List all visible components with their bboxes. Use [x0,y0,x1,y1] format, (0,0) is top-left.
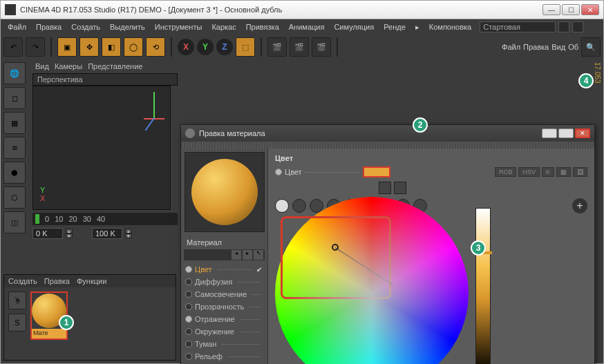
mode-rgb-button[interactable]: RGB [495,167,517,177]
vp-menu-view[interactable]: Вид [35,62,49,70]
layout-up-icon[interactable] [558,21,569,32]
scale-tool[interactable]: ◧ [102,37,121,57]
channel-reflection[interactable]: Отражение [181,313,267,325]
channel-luminance[interactable]: Самосвечение [181,288,267,300]
material-preview[interactable] [185,152,265,232]
me-minimize-button[interactable]: — [542,128,557,138]
maximize-button[interactable]: ☐ [562,4,580,15]
vp-menu-display[interactable]: Представление [88,62,142,70]
layout-selector[interactable] [480,21,556,32]
radio-icon [185,353,192,360]
end-frame-input[interactable] [92,228,122,239]
mat-menu-edit[interactable]: Правка [44,277,70,285]
axis-z-toggle[interactable]: Z [216,39,233,55]
me-maximize-button[interactable]: ☐ [558,128,574,138]
prev-left-icon[interactable]: ◂ [232,250,241,260]
radio-icon[interactable] [275,169,282,175]
close-button[interactable]: ✕ [581,4,599,15]
picker-spectrum-icon[interactable] [292,199,306,213]
viewport-3d[interactable]: Y X [32,86,171,210]
picker-wheel-icon[interactable] [275,199,289,213]
material-name-label[interactable]: Материал [181,236,267,249]
menu-snap[interactable]: Привязка [242,21,283,32]
tl-10: 10 [55,215,63,223]
minimize-button[interactable]: — [542,4,560,15]
sun-icon[interactable] [379,182,391,194]
move-tool[interactable]: ✥ [79,37,99,57]
mode-hsv-button[interactable]: HSV [518,167,540,177]
channel-environment[interactable]: Окружение [181,325,267,338]
menu-simulation[interactable]: Симуляция [330,21,378,32]
channel-transparency[interactable]: Прозрачность [181,300,267,313]
menu-file[interactable]: Файл [3,21,30,32]
poly-mode-icon[interactable]: ◫ [3,211,26,233]
mode-k-button[interactable]: K [542,167,554,177]
vp-menu-cameras[interactable]: Камеры [55,62,82,70]
grip-bar[interactable] [181,142,594,149]
channel-fog[interactable]: Туман [181,338,267,350]
mat-menu-func[interactable]: Функции [77,277,106,285]
start-spinner[interactable]: ▴▾ [66,229,73,238]
mat-menu-create[interactable]: Создать [8,277,37,285]
model-mode-icon[interactable]: ◻ [3,87,26,109]
menu-wireframe[interactable]: Каркас [207,21,240,32]
workplane-icon[interactable]: ≋ [3,137,26,159]
menu-edit[interactable]: Правка [32,21,66,32]
axis-x-toggle[interactable]: X [178,39,194,55]
move-gizmo[interactable] [144,92,164,133]
s-icon[interactable]: S [8,314,26,332]
prev-right-icon[interactable]: ▸ [243,250,252,260]
om-search-icon[interactable]: 🔍 [581,37,601,57]
gizmo-z-axis[interactable] [145,117,155,131]
render-settings-button[interactable]: 🎬 [312,37,331,57]
menu-render[interactable]: Ренде [379,21,410,32]
render-button[interactable]: 🎬 [267,37,287,57]
channel-bump[interactable]: Рельеф [181,350,267,363]
point-mode-icon[interactable]: ⬢ [3,162,26,184]
playhead-icon[interactable] [35,214,39,224]
edge-mode-icon[interactable]: ⬡ [3,186,26,209]
material-editor-titlebar[interactable]: Правка материала — ☐ ✕ [181,125,594,142]
menu-tools[interactable]: Инструменты [151,21,207,32]
om-menu-file[interactable]: Файл [502,43,520,51]
coord-toggle[interactable]: ⬚ [236,37,255,57]
wheel-handle[interactable] [332,244,339,251]
channel-diffuse[interactable]: Диффузия [181,276,267,288]
wheel-radius-line [335,247,393,285]
menu-animation[interactable]: Анимация [285,21,329,32]
color-wheel[interactable] [275,197,469,364]
grid-icon[interactable] [394,182,406,194]
menu-more-arrow[interactable]: ▸ [411,21,424,33]
axis-y-toggle[interactable]: Y [197,39,214,55]
prev-pick-icon[interactable]: ↖ [254,250,263,260]
rotate-tool[interactable]: ◯ [124,37,143,57]
start-frame-input[interactable] [32,228,63,239]
om-menu-view[interactable]: Вид [551,43,565,51]
render-region-button[interactable]: 🎬 [290,37,309,57]
om-menu-edit[interactable]: Правка [523,43,549,51]
channel-label: Прозрачность [195,303,244,311]
mouse-icon[interactable]: 🖱 [8,291,26,309]
mode-img-icon[interactable]: 🖼 [573,167,587,177]
lasttool-button[interactable]: ⟲ [146,37,165,57]
channel-color[interactable]: Цвет✔ [181,263,267,276]
me-close-button[interactable]: ✕ [575,128,590,138]
value-strip[interactable] [475,208,491,364]
axis-y-label: Y [40,186,45,194]
color-swatch[interactable] [363,166,390,178]
menu-create[interactable]: Создать [67,21,104,32]
layout-down-icon[interactable] [572,21,583,32]
texture-mode-icon[interactable]: ▦ [3,112,26,134]
mode-grid-icon[interactable]: ▦ [556,167,571,177]
om-menu-obj[interactable]: Об [568,43,578,51]
redo-button[interactable]: ↷ [26,37,45,57]
timeline[interactable]: 0 10 20 30 40 [32,213,178,225]
undo-button[interactable]: ↶ [3,37,23,57]
select-tool[interactable]: ▣ [57,37,77,57]
picker-add-button[interactable]: + [572,198,587,213]
end-spinner[interactable]: ▴▾ [125,229,132,238]
menu-select[interactable]: Выделить [106,21,149,32]
menu-layout[interactable]: Компоновка [425,21,475,32]
gizmo-y-axis[interactable] [153,92,155,119]
globe-icon[interactable]: 🌐 [3,62,26,84]
